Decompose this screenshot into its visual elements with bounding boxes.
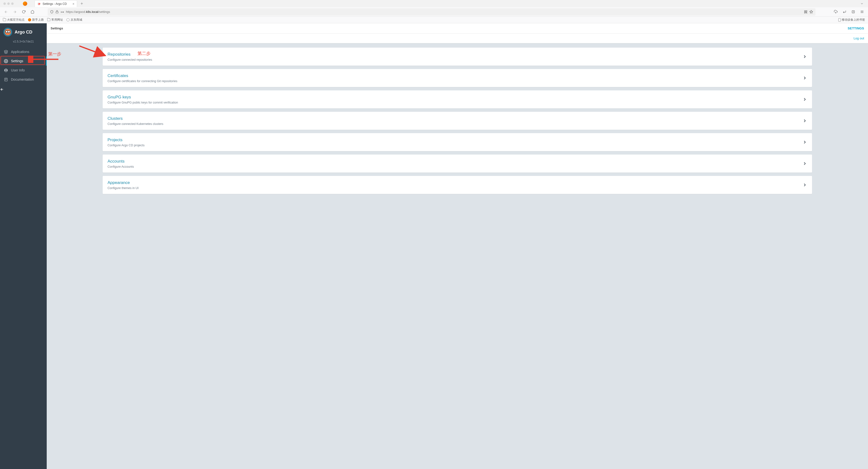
key-icon: ⊶ — [61, 10, 64, 14]
card-repositories[interactable]: Repositories Configure connected reposit… — [103, 47, 812, 66]
card-desc: Configure Accounts — [107, 165, 802, 168]
sidebar-header: Argo CD — [0, 23, 47, 39]
menu-icon[interactable] — [859, 9, 865, 15]
card-accounts[interactable]: Accounts Configure Accounts — [103, 155, 812, 172]
mobile-bookmarks[interactable]: 移动设备上的书签 — [838, 18, 865, 22]
card-desc: Configure connected repositories — [107, 58, 802, 62]
card-title: Certificates — [107, 73, 802, 78]
card-title: Accounts — [107, 159, 802, 164]
bookmark-item[interactable]: 常用网址 — [47, 18, 63, 22]
topbar: Settings SETTINGS — [47, 23, 868, 34]
card-desc: Configure Argo CD projects — [107, 144, 802, 147]
svg-rect-7 — [807, 13, 807, 13]
layers-icon — [4, 49, 8, 54]
logout-link[interactable]: Log out — [854, 36, 864, 40]
card-title: Clusters — [107, 116, 802, 121]
bookmark-item[interactable]: 新手上路 — [28, 18, 44, 22]
firefox-icon[interactable] — [23, 1, 27, 6]
card-certificates[interactable]: Certificates Configure certificates for … — [103, 69, 812, 87]
version-text: v2.5.3+0c7de21 — [0, 39, 47, 47]
tab-bar: 🐙 Settings - Argo CD × + — [0, 0, 868, 7]
argo-logo-icon — [3, 28, 12, 36]
card-clusters[interactable]: Clusters Configure connected Kubernetes … — [103, 112, 812, 130]
tab-close-icon[interactable]: × — [72, 2, 74, 6]
back-button[interactable] — [3, 9, 9, 15]
svg-marker-14 — [4, 50, 7, 52]
sidebar-item-label: Applications — [11, 50, 29, 54]
svg-point-17 — [5, 69, 6, 70]
minimize-dot-icon[interactable] — [7, 2, 10, 5]
sidebar-item-applications[interactable]: Applications — [0, 47, 47, 56]
chevron-right-icon — [802, 97, 807, 102]
firefox-icon — [28, 18, 31, 22]
collapse-sidebar-button[interactable] — [0, 84, 47, 95]
chevron-right-icon — [802, 54, 807, 59]
browser-chrome: 🐙 Settings - Argo CD × + ⊶ — [0, 0, 868, 23]
argocd-favicon-icon: 🐙 — [37, 2, 41, 6]
svg-marker-8 — [810, 10, 813, 13]
extensions-icon[interactable] — [850, 9, 856, 15]
account-icon[interactable] — [841, 9, 847, 15]
url-bar[interactable]: ⊶ https://argocd.k8s.local/settings — [48, 8, 815, 15]
window-controls[interactable] — [3, 2, 13, 5]
chevron-right-icon — [802, 161, 807, 166]
bookmark-item[interactable]: 火狐官方站点 — [3, 18, 25, 22]
bookmark-bar: 火狐官方站点 新手上路 常用网址 京东商城 移动设备上的书签 — [0, 16, 868, 23]
browser-tab[interactable]: 🐙 Settings - Argo CD × — [35, 0, 77, 7]
folder-icon — [3, 19, 6, 21]
reload-button[interactable] — [21, 9, 27, 15]
card-desc: Configure connected Kubernetes clusters — [107, 122, 802, 126]
maximize-dot-icon[interactable] — [11, 2, 13, 5]
bookmark-item[interactable]: 京东商城 — [66, 18, 82, 22]
settings-content: Repositories Configure connected reposit… — [47, 43, 868, 204]
sidebar-item-label: User Info — [11, 68, 25, 72]
sidebar-item-label: Settings — [11, 59, 23, 63]
forward-button[interactable] — [12, 9, 18, 15]
svg-rect-10 — [852, 11, 855, 13]
subbar: Log out — [47, 34, 868, 43]
qr-icon[interactable] — [804, 10, 807, 13]
chevron-right-icon — [802, 118, 807, 123]
card-title: Repositories — [107, 52, 802, 57]
sidebar-item-settings[interactable]: Settings — [0, 56, 47, 66]
app-root: Argo CD v2.5.3+0c7de21 Applications Sett… — [0, 23, 868, 469]
chevron-right-icon — [802, 182, 807, 187]
book-icon — [4, 77, 8, 82]
main-area: Settings SETTINGS Log out Repositories C… — [47, 23, 868, 469]
sidebar: Argo CD v2.5.3+0c7de21 Applications Sett… — [0, 23, 47, 469]
card-title: Appearance — [107, 180, 802, 185]
svg-rect-5 — [805, 12, 805, 13]
card-desc: Configure themes in UI — [107, 187, 802, 190]
card-title: GnuPG keys — [107, 95, 802, 100]
card-appearance[interactable]: Appearance Configure themes in UI — [103, 176, 812, 194]
card-desc: Configure certificates for connecting Gi… — [107, 79, 802, 83]
globe-icon — [66, 18, 69, 22]
save-page-icon[interactable] — [833, 9, 839, 15]
svg-rect-6 — [806, 12, 806, 13]
card-projects[interactable]: Projects Configure Argo CD projects — [103, 133, 812, 151]
tab-title: Settings - Argo CD — [42, 2, 67, 6]
gear-icon — [4, 59, 8, 63]
svg-rect-3 — [805, 10, 805, 11]
folder-icon — [47, 19, 50, 21]
list-tabs-button[interactable] — [860, 2, 866, 5]
new-tab-button[interactable]: + — [79, 1, 85, 6]
mobile-icon — [838, 18, 841, 22]
card-desc: Configure GnuPG public keys for commit v… — [107, 101, 802, 104]
sidebar-nav: Applications Settings User Info Document… — [0, 47, 47, 84]
lock-icon — [56, 10, 59, 13]
chevron-right-icon — [802, 75, 807, 80]
card-gnupg[interactable]: GnuPG keys Configure GnuPG public keys f… — [103, 90, 812, 108]
home-button[interactable] — [29, 9, 35, 15]
sidebar-item-documentation[interactable]: Documentation — [0, 75, 47, 84]
card-title: Projects — [107, 138, 802, 142]
page-title-right: SETTINGS — [848, 27, 864, 30]
sidebar-item-user-info[interactable]: User Info — [0, 66, 47, 75]
bookmark-star-icon[interactable] — [809, 10, 813, 13]
url-text: https://argocd.k8s.local/settings — [66, 10, 802, 13]
close-dot-icon[interactable] — [3, 2, 6, 5]
svg-rect-4 — [806, 10, 807, 11]
shield-icon — [50, 10, 54, 13]
svg-rect-2 — [56, 12, 58, 13]
app-title: Argo CD — [14, 30, 32, 35]
